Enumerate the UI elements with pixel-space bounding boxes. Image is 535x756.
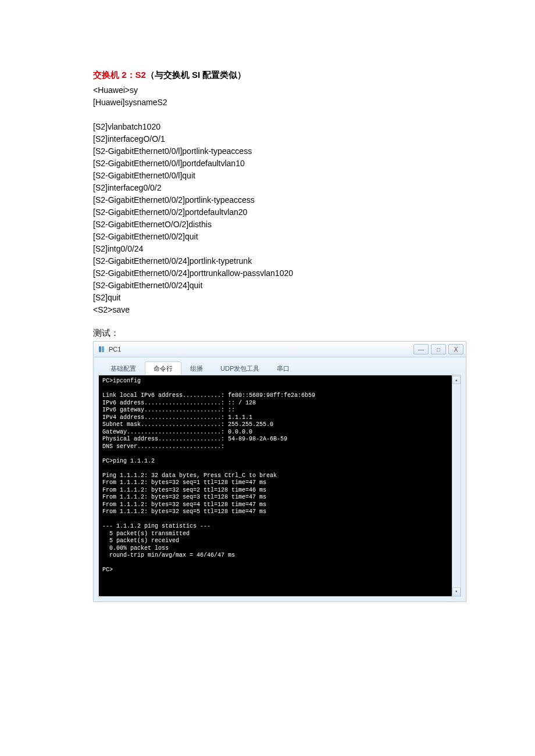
command-line: [S2]vlanbatch1020 (93, 121, 442, 133)
command-line: [S2-GigabitEthernet0/0/2]portlink-typeac… (93, 194, 442, 206)
command-line: [S2-GigabitEthernet0/0/l]portdefaultvlan… (93, 157, 442, 170)
tab-udp-tool[interactable]: UDP发包工具 (212, 361, 268, 375)
window-buttons: — □ X (413, 344, 463, 354)
scroll-up-icon[interactable]: ▴ (452, 376, 461, 384)
command-line: [Huawei]sysnameS2 (93, 96, 442, 109)
command-line: [S2-GigabitEthernet0/0/2]portdefaultvlan… (93, 206, 442, 218)
pc1-window: PC1 — □ X 基础配置 命令行 组播 UDP发包工具 串口 PC>ipco… (93, 341, 466, 602)
test-label: 测试： (93, 328, 442, 339)
heading-red: 交换机 2：S2 (93, 70, 146, 80)
command-line: [S2]quit (93, 292, 442, 304)
terminal-output[interactable]: PC>ipconfig Link local IPv6 address.....… (99, 375, 452, 596)
tab-serial[interactable]: 串口 (268, 361, 298, 375)
terminal-scrollbar[interactable]: ▴ ▾ (452, 375, 461, 596)
close-button[interactable]: X (448, 344, 463, 354)
tabs-row: 基础配置 命令行 组播 UDP发包工具 串口 (94, 357, 466, 375)
command-line (93, 109, 442, 121)
command-line: [S2]intg0/0/24 (93, 243, 442, 255)
command-line: [S2-GigabitEthernet0/0/24]portlink-typet… (93, 255, 442, 267)
command-line: [S2]interfaceg0/0/2 (93, 182, 442, 194)
command-line: [S2-GigabitEthernet0/0/l]portlink-typeac… (93, 145, 442, 157)
command-block: <Huawei>sy[Huawei]sysnameS2 [S2]vlanbatc… (93, 84, 442, 316)
heading-paren: （与交换机 SI 配置类似） (146, 70, 247, 80)
command-line: <S2>save (93, 304, 442, 316)
command-line: [S2-GigabitEthernet0/0/2]quit (93, 231, 442, 243)
minimize-button[interactable]: — (413, 344, 429, 354)
command-line: [S2-GigabitEthernetO/O/2]disthis (93, 218, 442, 231)
scroll-down-icon[interactable]: ▾ (452, 587, 461, 596)
titlebar: PC1 — □ X (94, 342, 466, 357)
section-heading: 交换机 2：S2（与交换机 SI 配置类似） (93, 70, 442, 81)
maximize-button[interactable]: □ (431, 344, 446, 354)
window-title: PC1 (109, 346, 121, 353)
app-icon (98, 345, 106, 353)
command-line: [S2]interfacegO/O/1 (93, 133, 442, 145)
command-line: [S2-GigabitEthernet0/0/l]quit (93, 170, 442, 182)
command-line: [S2-GigabitEthernet0/0/24]quit (93, 280, 442, 292)
command-line: <Huawei>sy (93, 84, 442, 96)
tab-multicast[interactable]: 组播 (181, 361, 212, 375)
tab-cmdline[interactable]: 命令行 (145, 361, 181, 375)
tab-basic-config[interactable]: 基础配置 (102, 361, 145, 375)
command-line: [S2-GigabitEthernet0/0/24]porttrunkallow… (93, 267, 442, 280)
